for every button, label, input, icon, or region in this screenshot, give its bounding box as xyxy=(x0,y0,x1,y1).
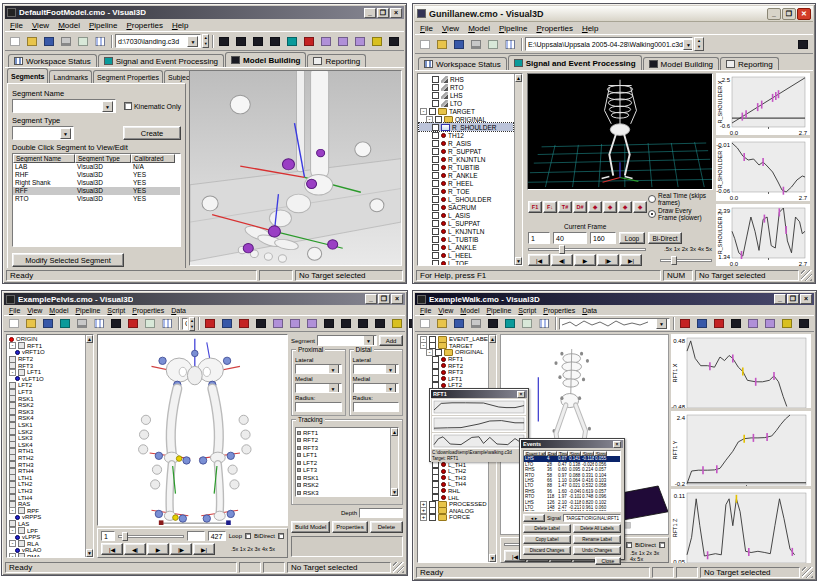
column-header-calibrated[interactable]: Calibrated xyxy=(131,154,175,163)
close-button[interactable]: × xyxy=(391,294,403,304)
file-combo[interactable]: C:\download\temp\Example\trial01.c3d▼ xyxy=(182,318,188,330)
vcr-button[interactable]: ▶ xyxy=(574,254,596,266)
tree-item-lft3[interactable]: LFT3 xyxy=(8,389,84,396)
new-icon[interactable] xyxy=(417,316,433,331)
export-icon[interactable] xyxy=(386,34,402,49)
tree-item-rft1[interactable]: RFT1 xyxy=(419,356,487,363)
distal-radius-input[interactable] xyxy=(353,402,400,412)
list-item-rft3[interactable]: RFT3 xyxy=(297,444,389,452)
tree-item-original[interactable]: -ORIGINAL xyxy=(419,349,487,356)
event-signal-combo[interactable]: TARGET\ORIGINAL\RFT1▼ xyxy=(563,514,621,522)
menu-view[interactable]: View xyxy=(32,21,49,30)
preview-title-bar[interactable]: RFT1 × xyxy=(431,390,527,398)
checkbox[interactable] xyxy=(429,108,436,115)
checkbox[interactable] xyxy=(432,260,439,266)
grid-view-icon[interactable] xyxy=(536,316,552,331)
loop-checkbox[interactable] xyxy=(626,542,632,548)
properties-button[interactable]: Properties xyxy=(332,521,367,533)
tree-item-r-toe[interactable]: R_TOE xyxy=(419,187,513,195)
tree-item-rhl[interactable]: RHL xyxy=(419,488,487,495)
checkbox[interactable] xyxy=(432,84,439,91)
checkbox[interactable] xyxy=(432,180,439,187)
tree-item-rft2[interactable]: RFT2 xyxy=(419,362,487,369)
menu-file[interactable]: File xyxy=(10,21,23,30)
depth-input[interactable] xyxy=(359,508,403,518)
marker-view-icon[interactable] xyxy=(335,34,351,49)
tree-item-rft2[interactable]: RFT2 xyxy=(8,356,84,363)
minimize-button[interactable]: _ xyxy=(767,8,781,20)
tree-item-l-tubtib[interactable]: L_TUBTIB xyxy=(419,235,513,243)
tree-item-r-tubtib[interactable]: R_TUBTIB xyxy=(419,163,513,171)
events-table[interactable]: Event LabelFrameTimeSignal1Signal2Signal… xyxy=(523,450,621,512)
tree-item-l-th3[interactable]: L_TH3 xyxy=(419,474,487,481)
build-model-button[interactable]: Build Model xyxy=(291,521,330,533)
build-icon[interactable] xyxy=(779,316,795,331)
menu-properties[interactable]: Properties xyxy=(126,21,162,30)
speed-slider[interactable] xyxy=(660,259,712,262)
checkbox[interactable] xyxy=(432,228,439,235)
table-row[interactable]: RHFVisual3DYES xyxy=(13,171,180,179)
table-row[interactable]: RTOVisual3DYES xyxy=(13,195,180,203)
draw-every-frame-radio[interactable] xyxy=(648,210,656,218)
tree-item-l-shoulder[interactable]: L_SHOULDER xyxy=(419,195,513,203)
movie2-icon[interactable] xyxy=(728,316,744,331)
checkbox[interactable] xyxy=(432,204,439,211)
tree-item-th12[interactable]: TH12 xyxy=(419,131,513,139)
restore-button[interactable]: ❐ xyxy=(377,8,389,18)
list-item-lft3[interactable]: LFT3 xyxy=(297,467,389,475)
tab-reporting[interactable]: Reporting xyxy=(307,54,366,67)
file-combo[interactable]: d:\7030\landing.c3d▼ xyxy=(115,34,201,48)
model-pair-icon[interactable] xyxy=(233,34,249,49)
save-icon[interactable] xyxy=(451,37,467,52)
menu-data[interactable]: Data xyxy=(582,307,597,314)
hybrid-icon[interactable] xyxy=(355,316,371,331)
plot-rft1-z[interactable]: 0.110.050.02.6RFT1 Z xyxy=(671,489,811,563)
tree-item-rla[interactable]: -RLA xyxy=(8,540,84,547)
undo-changes-button[interactable]: Undo Changes xyxy=(573,546,621,555)
minimize-button[interactable]: _ xyxy=(365,294,377,304)
combo-arrow-icon[interactable]: ▼ xyxy=(656,318,667,329)
preview-plot-y[interactable] xyxy=(432,416,526,432)
tree-item-r-shoulder[interactable]: R_SHOULDER xyxy=(419,123,513,131)
menu-pipeline[interactable]: Pipeline xyxy=(486,307,511,314)
print-icon[interactable] xyxy=(74,316,90,331)
minimize-button[interactable]: _ xyxy=(774,294,786,304)
panel-tab-segments[interactable]: Segments xyxy=(7,68,48,83)
tree-item-r-heel[interactable]: R_HEEL xyxy=(419,179,513,187)
new-icon[interactable] xyxy=(417,37,433,52)
close-button[interactable]: × xyxy=(390,8,402,18)
restore-button[interactable]: ❐ xyxy=(378,294,390,304)
print-icon[interactable] xyxy=(468,37,484,52)
tree-item-rft3[interactable]: RFT3 xyxy=(419,369,487,376)
plot-r-shoulder-y[interactable]: -0.01-0.060.02.7R_SHOULDER Y xyxy=(716,138,810,200)
new-icon[interactable] xyxy=(6,316,22,331)
resize-grip[interactable] xyxy=(802,567,813,578)
bidirect-button[interactable]: Bi-Direct xyxy=(648,232,682,244)
build-icon[interactable] xyxy=(389,316,405,331)
tab-model-building[interactable]: Model Building xyxy=(643,57,719,70)
menu-pipeline[interactable]: Pipeline xyxy=(75,307,100,314)
menu-pipeline[interactable]: Pipeline xyxy=(89,21,117,30)
signal-combo[interactable]: ▼ xyxy=(559,318,670,330)
list-item-lft1[interactable]: LFT1 xyxy=(297,452,389,460)
grid-view-icon[interactable] xyxy=(92,34,108,49)
frame-slider[interactable] xyxy=(118,535,184,538)
menu-pipeline[interactable]: Pipeline xyxy=(499,24,527,33)
view-skel1-icon[interactable]: ◈ xyxy=(588,201,602,213)
tree-item-lft1[interactable]: -LFT1 xyxy=(8,369,84,376)
checkbox[interactable] xyxy=(432,196,439,203)
tree-item-rth3[interactable]: RTH3 xyxy=(8,461,84,468)
real-time-radio[interactable] xyxy=(648,195,656,203)
plot-f1-icon[interactable] xyxy=(677,316,693,331)
segment-type-combo[interactable]: ▼ xyxy=(12,126,74,140)
menu-data[interactable]: Data xyxy=(171,307,186,314)
menu-script[interactable]: Script xyxy=(107,307,125,314)
expander-icon[interactable]: - xyxy=(9,553,16,557)
events-title-bar[interactable]: Events × xyxy=(521,440,623,448)
print-icon[interactable] xyxy=(468,316,484,331)
preview-plot-x[interactable] xyxy=(432,399,526,415)
tab-workspace-status[interactable]: Workspace Status xyxy=(8,54,97,67)
list-item-rsk3[interactable]: RSK3 xyxy=(297,489,389,496)
bidirect-checkbox[interactable] xyxy=(659,542,665,548)
tree-item-l-ankle[interactable]: L_ANKLE xyxy=(419,243,513,251)
